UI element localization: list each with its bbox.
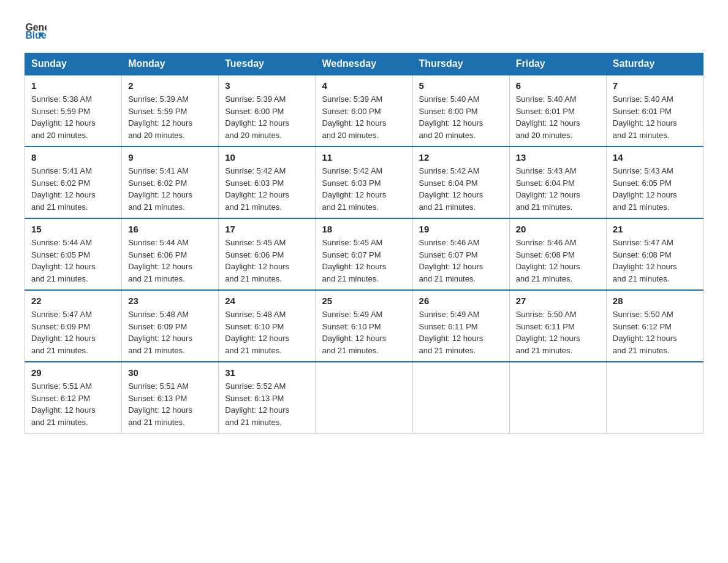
calendar-cell: 28 Sunrise: 5:50 AMSunset: 6:12 PMDaylig…	[606, 290, 703, 362]
day-info: Sunrise: 5:39 AMSunset: 6:00 PMDaylight:…	[322, 94, 386, 140]
day-number: 16	[128, 224, 212, 234]
day-number: 17	[225, 224, 309, 234]
calendar-cell: 7 Sunrise: 5:40 AMSunset: 6:01 PMDayligh…	[606, 75, 703, 147]
day-info: Sunrise: 5:46 AMSunset: 6:08 PMDaylight:…	[516, 238, 580, 283]
day-info: Sunrise: 5:40 AMSunset: 6:01 PMDaylight:…	[516, 94, 580, 140]
day-info: Sunrise: 5:49 AMSunset: 6:11 PMDaylight:…	[419, 310, 483, 355]
day-info: Sunrise: 5:44 AMSunset: 6:05 PMDaylight:…	[31, 238, 96, 283]
day-info: Sunrise: 5:45 AMSunset: 6:07 PMDaylight:…	[322, 238, 386, 283]
day-number: 18	[322, 224, 406, 234]
calendar-table: SundayMondayTuesdayWednesdayThursdayFrid…	[25, 53, 703, 434]
calendar-cell: 16 Sunrise: 5:44 AMSunset: 6:06 PMDaylig…	[122, 218, 219, 290]
day-info: Sunrise: 5:42 AMSunset: 6:04 PMDaylight:…	[419, 166, 483, 212]
calendar-cell	[509, 362, 606, 434]
calendar-cell: 31 Sunrise: 5:52 AMSunset: 6:13 PMDaylig…	[219, 362, 316, 434]
day-info: Sunrise: 5:43 AMSunset: 6:05 PMDaylight:…	[613, 166, 677, 212]
day-number: 26	[419, 296, 503, 306]
calendar-cell: 1 Sunrise: 5:38 AMSunset: 5:59 PMDayligh…	[25, 75, 122, 147]
day-info: Sunrise: 5:39 AMSunset: 5:59 PMDaylight:…	[128, 94, 192, 140]
logo-icon: General Blue	[25, 18, 47, 40]
day-header-saturday: Saturday	[606, 53, 703, 75]
calendar-cell: 25 Sunrise: 5:49 AMSunset: 6:10 PMDaylig…	[316, 290, 412, 362]
day-number: 21	[613, 224, 697, 234]
day-number: 22	[31, 296, 115, 306]
calendar-cell: 4 Sunrise: 5:39 AMSunset: 6:00 PMDayligh…	[316, 75, 412, 147]
day-header-tuesday: Tuesday	[219, 53, 316, 75]
day-number: 4	[322, 80, 406, 91]
day-number: 29	[31, 367, 115, 378]
calendar-cell: 18 Sunrise: 5:45 AMSunset: 6:07 PMDaylig…	[316, 218, 412, 290]
day-info: Sunrise: 5:46 AMSunset: 6:07 PMDaylight:…	[419, 238, 483, 283]
day-number: 3	[225, 80, 309, 91]
logo: General Blue	[25, 18, 48, 40]
day-number: 1	[31, 80, 115, 91]
day-info: Sunrise: 5:50 AMSunset: 6:11 PMDaylight:…	[516, 310, 580, 355]
day-info: Sunrise: 5:52 AMSunset: 6:13 PMDaylight:…	[225, 381, 289, 427]
day-info: Sunrise: 5:42 AMSunset: 6:03 PMDaylight:…	[322, 166, 386, 212]
calendar-cell	[412, 362, 509, 434]
day-header-friday: Friday	[509, 53, 606, 75]
calendar-cell: 30 Sunrise: 5:51 AMSunset: 6:13 PMDaylig…	[122, 362, 219, 434]
calendar-cell: 21 Sunrise: 5:47 AMSunset: 6:08 PMDaylig…	[606, 218, 703, 290]
day-info: Sunrise: 5:44 AMSunset: 6:06 PMDaylight:…	[128, 238, 192, 283]
calendar-cell	[316, 362, 412, 434]
calendar-cell	[606, 362, 703, 434]
day-number: 13	[516, 152, 600, 163]
day-info: Sunrise: 5:39 AMSunset: 6:00 PMDaylight:…	[225, 94, 289, 140]
day-header-wednesday: Wednesday	[316, 53, 412, 75]
svg-text:Blue: Blue	[25, 30, 46, 40]
day-info: Sunrise: 5:40 AMSunset: 6:00 PMDaylight:…	[419, 94, 483, 140]
calendar-cell: 20 Sunrise: 5:46 AMSunset: 6:08 PMDaylig…	[509, 218, 606, 290]
day-number: 25	[322, 296, 406, 306]
day-info: Sunrise: 5:45 AMSunset: 6:06 PMDaylight:…	[225, 238, 289, 283]
day-number: 2	[128, 80, 212, 91]
day-info: Sunrise: 5:47 AMSunset: 6:09 PMDaylight:…	[31, 310, 96, 355]
calendar-cell: 14 Sunrise: 5:43 AMSunset: 6:05 PMDaylig…	[606, 147, 703, 218]
day-info: Sunrise: 5:47 AMSunset: 6:08 PMDaylight:…	[613, 238, 677, 283]
calendar-cell: 13 Sunrise: 5:43 AMSunset: 6:04 PMDaylig…	[509, 147, 606, 218]
day-number: 8	[31, 152, 115, 163]
calendar-cell: 8 Sunrise: 5:41 AMSunset: 6:02 PMDayligh…	[25, 147, 122, 218]
day-info: Sunrise: 5:48 AMSunset: 6:10 PMDaylight:…	[225, 310, 289, 355]
day-info: Sunrise: 5:41 AMSunset: 6:02 PMDaylight:…	[128, 166, 192, 212]
day-info: Sunrise: 5:42 AMSunset: 6:03 PMDaylight:…	[225, 166, 289, 212]
day-info: Sunrise: 5:50 AMSunset: 6:12 PMDaylight:…	[613, 310, 677, 355]
day-number: 5	[419, 80, 503, 91]
day-number: 23	[128, 296, 212, 306]
day-info: Sunrise: 5:51 AMSunset: 6:13 PMDaylight:…	[128, 381, 192, 427]
calendar-cell: 27 Sunrise: 5:50 AMSunset: 6:11 PMDaylig…	[509, 290, 606, 362]
day-number: 14	[613, 152, 697, 163]
day-number: 15	[31, 224, 115, 234]
calendar-cell: 23 Sunrise: 5:48 AMSunset: 6:09 PMDaylig…	[122, 290, 219, 362]
day-number: 9	[128, 152, 212, 163]
day-number: 31	[225, 367, 309, 378]
day-number: 6	[516, 80, 600, 91]
calendar-cell: 5 Sunrise: 5:40 AMSunset: 6:00 PMDayligh…	[412, 75, 509, 147]
calendar-cell: 2 Sunrise: 5:39 AMSunset: 5:59 PMDayligh…	[122, 75, 219, 147]
day-info: Sunrise: 5:38 AMSunset: 5:59 PMDaylight:…	[31, 94, 96, 140]
day-number: 10	[225, 152, 309, 163]
day-number: 11	[322, 152, 406, 163]
calendar-cell: 6 Sunrise: 5:40 AMSunset: 6:01 PMDayligh…	[509, 75, 606, 147]
calendar-cell: 26 Sunrise: 5:49 AMSunset: 6:11 PMDaylig…	[412, 290, 509, 362]
day-info: Sunrise: 5:43 AMSunset: 6:04 PMDaylight:…	[516, 166, 580, 212]
day-number: 12	[419, 152, 503, 163]
day-number: 19	[419, 224, 503, 234]
day-info: Sunrise: 5:49 AMSunset: 6:10 PMDaylight:…	[322, 310, 386, 355]
day-header-sunday: Sunday	[25, 53, 122, 75]
calendar-cell: 15 Sunrise: 5:44 AMSunset: 6:05 PMDaylig…	[25, 218, 122, 290]
day-header-thursday: Thursday	[412, 53, 509, 75]
calendar-cell: 24 Sunrise: 5:48 AMSunset: 6:10 PMDaylig…	[219, 290, 316, 362]
calendar-cell: 17 Sunrise: 5:45 AMSunset: 6:06 PMDaylig…	[219, 218, 316, 290]
day-info: Sunrise: 5:41 AMSunset: 6:02 PMDaylight:…	[31, 166, 96, 212]
day-number: 24	[225, 296, 309, 306]
day-number: 7	[613, 80, 697, 91]
calendar-cell: 12 Sunrise: 5:42 AMSunset: 6:04 PMDaylig…	[412, 147, 509, 218]
day-header-monday: Monday	[122, 53, 219, 75]
day-info: Sunrise: 5:48 AMSunset: 6:09 PMDaylight:…	[128, 310, 192, 355]
day-number: 28	[613, 296, 697, 306]
day-number: 30	[128, 367, 212, 378]
day-number: 20	[516, 224, 600, 234]
day-info: Sunrise: 5:40 AMSunset: 6:01 PMDaylight:…	[613, 94, 677, 140]
calendar-cell: 9 Sunrise: 5:41 AMSunset: 6:02 PMDayligh…	[122, 147, 219, 218]
